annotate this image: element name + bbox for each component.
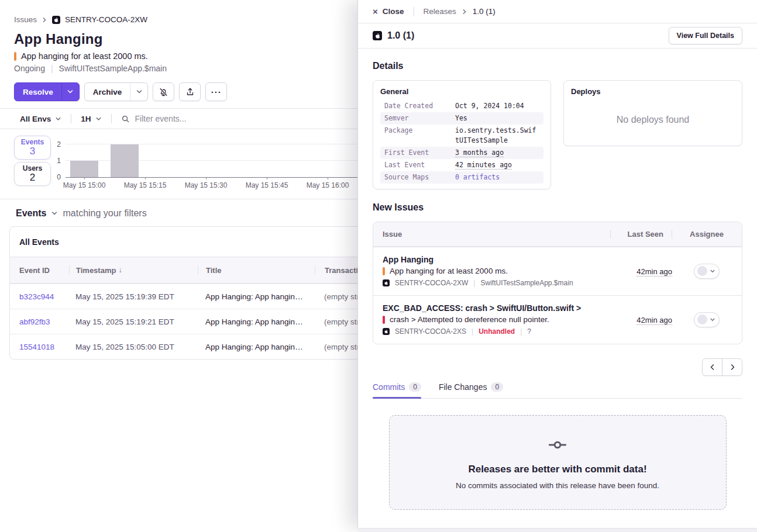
- users-stat-label: Users: [23, 164, 42, 172]
- time-range-filter[interactable]: 1H: [81, 115, 101, 123]
- issue-project-shortid: SENTRY-COCOA-2XS: [395, 327, 466, 336]
- x-axis-label: May 15 16:00: [307, 181, 349, 189]
- event-row[interactable]: 15541018 May 15, 2025 15:05:00 EDT App H…: [10, 334, 357, 359]
- new-issue-row[interactable]: App Hanging App hanging for at least 200…: [373, 247, 742, 295]
- release-version-title: 1.0 (1): [387, 30, 414, 41]
- chevron-down-icon[interactable]: [51, 210, 58, 217]
- archive-button-group: Archive: [84, 82, 149, 101]
- column-header-transaction[interactable]: Transaction: [315, 265, 357, 275]
- event-id-link[interactable]: abf92fb3: [10, 317, 69, 326]
- issue-action-bar: Resolve Archive ···: [14, 82, 357, 101]
- more-actions-button[interactable]: ···: [205, 82, 227, 101]
- column-header-title[interactable]: Title: [198, 265, 315, 275]
- chart-bar[interactable]: [70, 161, 98, 177]
- event-timestamp: May 15, 2025 15:19:21 EDT: [69, 317, 198, 326]
- issue-meta: Ongoing | SwiftUITestSampleApp.$main: [14, 64, 357, 73]
- drawer-breadcrumb-version: 1.0 (1): [473, 7, 496, 16]
- search-icon: [121, 115, 130, 123]
- environment-filter[interactable]: All Envs: [20, 115, 61, 123]
- issue-culprit: App hanging for at least 2000 ms.: [14, 51, 357, 61]
- resolve-button[interactable]: Resolve: [15, 83, 61, 101]
- event-row[interactable]: abf92fb3 May 15, 2025 15:19:21 EDT App H…: [10, 309, 357, 334]
- y-axis-label: 1: [57, 157, 61, 165]
- release-details-drawer: × Close Releases 1.0 (1) 1.0 (1) View Fu…: [357, 0, 757, 528]
- assignee-dropdown[interactable]: [694, 312, 720, 327]
- divider: [111, 114, 112, 123]
- chevron-down-icon: [710, 317, 715, 323]
- tab-commits[interactable]: Commits 0: [373, 382, 421, 398]
- breadcrumb-issues-link[interactable]: Issues: [14, 15, 37, 24]
- x-axis-label: May 15 15:30: [185, 181, 228, 189]
- chevron-down-icon: [95, 116, 102, 122]
- commit-icon: [548, 436, 567, 454]
- drawer-breadcrumb-releases[interactable]: Releases: [424, 7, 456, 16]
- breadcrumb-project-shortid[interactable]: SENTRY-COCOA-2XW: [65, 15, 147, 24]
- new-issue-row[interactable]: EXC_BAD_ACCESS: crash > SwiftUI/Button.s…: [373, 295, 742, 344]
- chevron-right-icon: [42, 17, 47, 23]
- previous-page-button[interactable]: [702, 358, 722, 376]
- first-event-timeago: 3 months ago: [455, 148, 504, 157]
- share-button[interactable]: [179, 82, 201, 101]
- view-full-details-button[interactable]: View Full Details: [669, 27, 742, 44]
- last-event-timeago: 42 minutes ago: [455, 161, 512, 170]
- issue-details-panel: Issues SENTRY-COCOA-2XW App Hanging App …: [0, 0, 357, 532]
- users-stat-toggle[interactable]: Users 2: [14, 162, 51, 186]
- chart-bar[interactable]: [111, 144, 139, 177]
- ellipsis-icon: ···: [211, 87, 222, 97]
- column-header-event-id[interactable]: Event ID: [10, 266, 69, 275]
- issue-title: App Hanging: [14, 31, 357, 47]
- users-stat-value: 2: [30, 172, 35, 184]
- events-stat-toggle[interactable]: Events 3: [14, 136, 51, 160]
- apple-platform-icon: [373, 31, 382, 40]
- general-card: General Date Created Oct 9, 2024 10:04 S…: [373, 80, 551, 189]
- new-issues-table-header: Issue Last Seen Assignee: [373, 222, 742, 247]
- events-stat-value: 3: [30, 146, 35, 157]
- events-heading-label[interactable]: Events: [16, 208, 46, 219]
- last-seen-timeago[interactable]: 42min ago: [636, 316, 672, 325]
- chevron-down-icon: [55, 116, 61, 122]
- chevron-down-icon: [710, 268, 715, 274]
- details-heading: Details: [373, 61, 742, 71]
- last-seen-timeago[interactable]: 42min ago: [636, 267, 672, 277]
- unhandled-tag: Unhandled: [479, 327, 515, 336]
- column-header-timestamp[interactable]: Timestamp↓: [69, 265, 198, 275]
- issue-message: App hanging for at least 2000 ms.: [390, 267, 508, 275]
- divider: [672, 230, 672, 239]
- archive-button[interactable]: Archive: [85, 83, 130, 101]
- kv-row-semver: Semver Yes: [380, 112, 543, 125]
- events-table-title: All Events: [10, 227, 357, 257]
- tab-file-changes[interactable]: File Changes 0: [439, 382, 503, 398]
- archive-dropdown-button[interactable]: [130, 83, 147, 101]
- filter-events-input[interactable]: [135, 114, 281, 123]
- issue-culprit-text: App hanging for at least 2000 ms.: [21, 51, 148, 61]
- event-transaction: (empty string): [315, 317, 357, 326]
- chevron-right-icon: [729, 364, 736, 371]
- artifacts-link[interactable]: 0 artifacts: [455, 173, 500, 181]
- apple-platform-icon: [383, 279, 390, 286]
- event-chart-plot: 012May 15 15:00May 15 15:15May 15 15:30M…: [66, 145, 357, 178]
- close-drawer-button[interactable]: × Close: [373, 6, 404, 16]
- resolve-button-group: Resolve: [14, 82, 80, 101]
- x-axis-tick: [206, 177, 207, 179]
- resolve-dropdown-button[interactable]: [61, 83, 79, 101]
- mute-button[interactable]: [153, 82, 174, 101]
- y-axis-label: 0: [57, 173, 61, 181]
- event-id-link[interactable]: 15541018: [10, 343, 69, 351]
- assignee-dropdown[interactable]: [694, 264, 720, 279]
- issue-link-title[interactable]: EXC_BAD_ACCESS: crash > SwiftUI/Button.s…: [383, 303, 620, 313]
- apple-platform-icon: [383, 328, 390, 335]
- x-axis-label: May 15 15:00: [63, 181, 106, 189]
- apple-platform-icon: [52, 16, 60, 24]
- event-row[interactable]: b323c944 May 15, 2025 15:19:39 EDT App H…: [10, 284, 357, 309]
- issue-status: Ongoing: [14, 64, 45, 73]
- event-id-link[interactable]: b323c944: [10, 292, 69, 301]
- no-deploys-message: No deploys found: [571, 100, 735, 139]
- x-axis-tick: [145, 177, 146, 179]
- unknown-tag: ?: [527, 327, 531, 336]
- event-timestamp: May 15, 2025 15:05:00 EDT: [69, 343, 198, 351]
- issue-link-title[interactable]: App Hanging: [383, 255, 620, 264]
- avatar: [697, 266, 707, 276]
- x-axis-tick: [84, 177, 85, 179]
- kv-row-first-event: First Event 3 months ago: [380, 147, 543, 159]
- next-page-button[interactable]: [722, 358, 742, 376]
